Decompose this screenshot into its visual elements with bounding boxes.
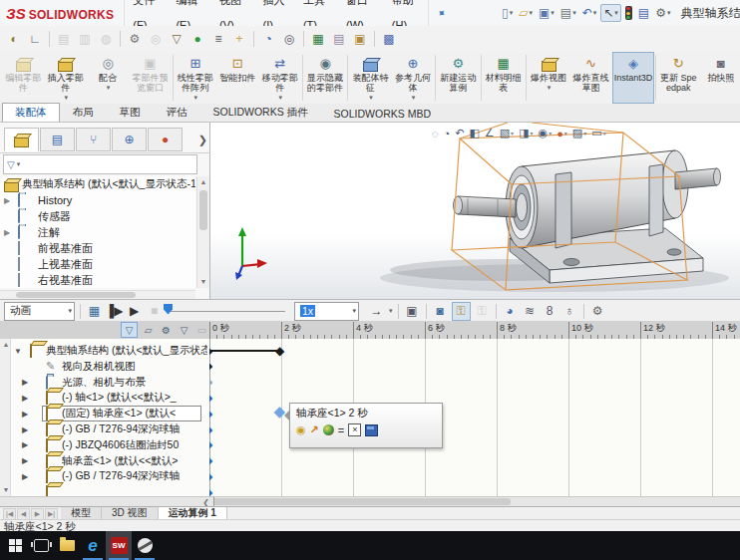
- stop-icon[interactable]: ■: [146, 303, 163, 320]
- feature-tree-item[interactable]: 右视基准面: [0, 272, 195, 288]
- play-from-start-icon[interactable]: ▐▶: [106, 303, 123, 320]
- ruler-scale-icon[interactable]: ≡: [208, 29, 228, 49]
- select-cursor-icon[interactable]: ↖▾: [600, 4, 621, 22]
- measure-icon[interactable]: ∠: [485, 127, 495, 140]
- gear-icon[interactable]: ⚙: [125, 29, 145, 49]
- timeline-key-blue[interactable]: ◆: [209, 392, 212, 404]
- filter-funnel-icon[interactable]: ▽: [167, 29, 186, 49]
- tab-nav-arrow-icon[interactable]: ▶: [31, 508, 44, 520]
- tab-草图[interactable]: 草图: [107, 103, 154, 122]
- corner-rectangle-icon[interactable]: ∟: [25, 29, 45, 49]
- save-animation-icon[interactable]: ▣: [404, 303, 421, 320]
- ribbon-button-7[interactable]: ⇄移动零部件▾: [259, 52, 301, 104]
- task-view-button[interactable]: [28, 531, 54, 560]
- save-icon[interactable]: ▣▾: [537, 5, 556, 21]
- bulb-icon[interactable]: ●: [187, 29, 207, 49]
- view-orientation-icon[interactable]: ▧▾: [500, 127, 514, 140]
- options-gear-icon[interactable]: ⚙▾: [653, 5, 672, 21]
- media-player-icon[interactable]: [132, 531, 158, 560]
- motion-tree-row[interactable]: ▶(固定) 轴承座<1> (默认<: [0, 406, 209, 421]
- edit-appearance-icon[interactable]: ●▾: [556, 128, 567, 140]
- motion-settings-gear-icon[interactable]: ⚙: [589, 303, 606, 320]
- tab-nav-arrow-icon[interactable]: ◀: [17, 508, 30, 520]
- tab-SOLIDWORKS MBD[interactable]: SOLIDWORKS MBD: [321, 105, 444, 122]
- hidden-tool-icon[interactable]: ◍: [96, 29, 116, 49]
- open-file-icon[interactable]: ▱▾: [517, 5, 535, 21]
- ribbon-button-2[interactable]: 插入零部件▾: [44, 52, 86, 104]
- timeline-key-black[interactable]: ◆: [275, 345, 284, 357]
- start-button[interactable]: [2, 531, 28, 560]
- timebar-slider[interactable]: [168, 311, 285, 312]
- section-view-icon[interactable]: ◧: [469, 127, 479, 140]
- previous-view-icon[interactable]: ↶: [455, 127, 464, 140]
- mate-key-icon[interactable]: ◐: [4, 29, 24, 49]
- ribbon-button-5[interactable]: ⊞线性零部件阵列▾: [175, 52, 216, 104]
- expand-arrow-icon[interactable]: ▶: [4, 196, 10, 205]
- playback-speed-select[interactable]: 1x▾: [294, 302, 359, 321]
- ribbon-button-17[interactable]: ◙拍快照: [700, 52, 740, 104]
- zoom-area-icon[interactable]: ◔: [444, 128, 451, 140]
- gravity-icon[interactable]: ♁: [561, 303, 578, 320]
- tree-filter-input[interactable]: ▽ ▾: [3, 154, 197, 174]
- tab-nav-arrow-icon[interactable]: ▶|: [45, 508, 58, 520]
- bom-list-icon[interactable]: ▤: [636, 5, 651, 21]
- timeline-key-gray[interactable]: ◆: [209, 376, 212, 388]
- playback-mode-icon[interactable]: →: [368, 303, 385, 320]
- tab-评估[interactable]: 评估: [154, 103, 200, 122]
- timeline-key-blue[interactable]: ◆: [209, 486, 212, 496]
- ribbon-button-4[interactable]: ▣零部件预览窗口: [129, 52, 171, 104]
- timeline-key-black[interactable]: ◆: [209, 360, 212, 372]
- no-filter-icon[interactable]: ▽: [121, 322, 138, 338]
- dimxpert-icon[interactable]: ⊕: [112, 128, 147, 151]
- appearances-icon[interactable]: ●: [148, 128, 183, 151]
- spring-icon[interactable]: ≋: [522, 303, 539, 320]
- ribbon-button-1[interactable]: 编辑零部件: [2, 52, 44, 104]
- ribbon-button-11[interactable]: ⚙新建运动算例: [437, 52, 479, 104]
- motion-tree-row[interactable]: ▶(-) GB / T276-94深沟球轴: [0, 468, 209, 484]
- binoculars-icon[interactable]: ◎: [279, 29, 299, 49]
- rebuild-traffic-light-icon[interactable]: [623, 5, 634, 21]
- ribbon-button-6[interactable]: ⊡智能扣件: [216, 52, 258, 104]
- ribbon-button-9[interactable]: 装配体特征▾: [349, 52, 391, 104]
- ribbon-button-14[interactable]: ∿爆炸直线草图: [569, 52, 611, 104]
- ribbon-button-12[interactable]: ▦材料明细表: [482, 52, 524, 104]
- filter-selected-icon[interactable]: ▽: [177, 323, 191, 337]
- tab-布局[interactable]: 布局: [60, 103, 107, 122]
- expand-arrow-icon[interactable]: ▶: [22, 472, 28, 481]
- feature-tree-item[interactable]: ▶History: [0, 192, 195, 208]
- magnifier-icon[interactable]: ◔: [258, 29, 278, 49]
- ribbon-button-3[interactable]: ◎配合▾: [87, 52, 129, 104]
- configuration-manager-icon[interactable]: ⑂: [76, 128, 111, 151]
- tab-SOLIDWORKS 插件[interactable]: SOLIDWORKS 插件: [200, 103, 321, 122]
- filter-animated-icon[interactable]: ▱: [141, 323, 156, 337]
- print-icon[interactable]: ▤▾: [558, 5, 578, 21]
- ribbon-button-16[interactable]: ↻更新 Speedpak: [657, 52, 699, 104]
- timeline-key-blue[interactable]: ◆: [209, 408, 212, 420]
- hidden-tool-icon[interactable]: ▤: [54, 29, 74, 49]
- motion-tree-row[interactable]: ▶轴承盖<1> (默认<<默认>: [0, 453, 209, 469]
- propertymanager-icon[interactable]: ▤: [40, 128, 75, 151]
- view-settings-icon[interactable]: ▭▾: [591, 127, 605, 140]
- feature-tree-item[interactable]: 前视基准面: [0, 240, 195, 256]
- display-style-icon[interactable]: ◨▾: [519, 127, 533, 140]
- zoom-fit-icon[interactable]: ◌: [432, 128, 439, 140]
- scroll-up-icon[interactable]: ▲: [197, 176, 209, 188]
- study-type-select[interactable]: 动画▾: [4, 302, 75, 321]
- timeline-change-bar[interactable]: [209, 350, 281, 352]
- feature-tree-vscrollbar[interactable]: ▲ ▼: [196, 176, 209, 288]
- timeline-key-blue[interactable]: ◆: [209, 470, 212, 482]
- scroll-down-icon[interactable]: ▼: [197, 276, 209, 288]
- filter-driving-icon[interactable]: ⚙: [159, 323, 174, 337]
- motion-tree-row[interactable]: ▶(-) JBZQ4606毡圈油封50: [0, 437, 209, 453]
- image-icon[interactable]: ▣: [350, 29, 370, 49]
- hidden-tool-icon[interactable]: ▥: [75, 29, 95, 49]
- timeline-key-blue[interactable]: ◆: [209, 454, 212, 466]
- grid-save-icon[interactable]: ▩: [379, 29, 399, 49]
- graphics-viewport[interactable]: ◌◔↶◧∠▧▾◨▾◉▾●▾▨▾▭▾: [210, 123, 740, 299]
- disabled-gear-icon[interactable]: ◎: [146, 29, 166, 49]
- expand-arrow-icon[interactable]: ▶: [22, 378, 28, 387]
- feature-tree-root[interactable]: 典型轴系结构 (默认<默认_显示状态-1>: [0, 176, 195, 192]
- feature-tree-item[interactable]: 上视基准面: [0, 256, 195, 272]
- new-file-icon[interactable]: ▯▾: [500, 5, 515, 21]
- feature-tree-item[interactable]: 传感器: [0, 208, 195, 224]
